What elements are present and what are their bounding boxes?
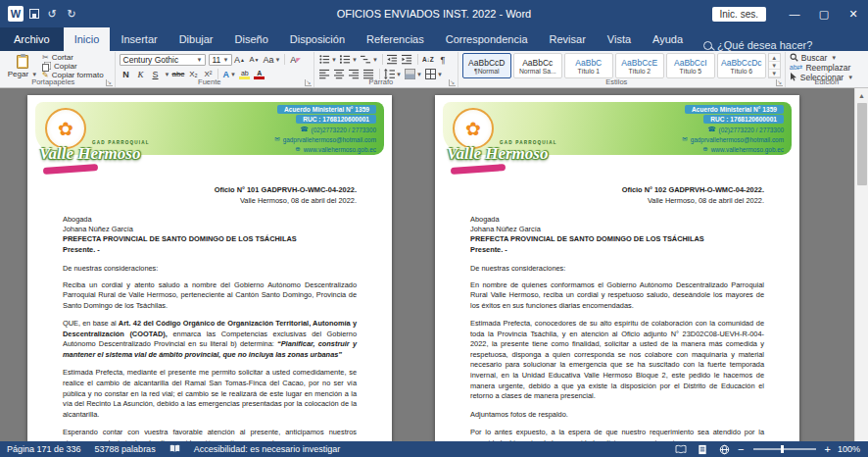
- replace-button[interactable]: ab⇄ Reemplazar: [790, 63, 864, 72]
- print-layout-button[interactable]: [692, 441, 713, 457]
- style-sample: AaBbCcE: [621, 58, 657, 68]
- logo-ribbon: [43, 164, 98, 175]
- tab-correspondencia[interactable]: Correspondencia: [435, 27, 539, 51]
- sign-in-button[interactable]: Inic. ses.: [712, 7, 766, 22]
- logo-seal: ✿: [45, 108, 86, 149]
- close-button[interactable]: ✕: [839, 0, 868, 27]
- shrink-font-button[interactable]: A▼: [248, 53, 262, 66]
- group-label-editing: Edición: [786, 77, 868, 86]
- tab-dibujar[interactable]: Dibujar: [169, 27, 224, 51]
- quick-access-toolbar: W ↺ ↻: [0, 6, 86, 22]
- increase-indent-button[interactable]: [401, 53, 414, 66]
- zoom-in-button[interactable]: +: [822, 443, 834, 455]
- paragraph-dialog-launcher[interactable]: ↘: [449, 79, 456, 86]
- statusbar: Página 171 de 336 53788 palabras Accesib…: [0, 441, 868, 457]
- tab-insertar[interactable]: Insertar: [110, 27, 168, 51]
- styles-dialog-launcher[interactable]: ↘: [776, 79, 783, 86]
- find-button[interactable]: Buscar▼: [790, 53, 864, 62]
- save-icon[interactable]: [29, 9, 39, 19]
- style-titulo-2[interactable]: AaBbCcE Título 2: [615, 53, 664, 78]
- logo-brand-text: Valle Hermoso: [447, 144, 548, 164]
- bullets-button[interactable]: ▼: [318, 53, 338, 66]
- paragraph: Por lo antes expuesto, a la espera de qu…: [470, 428, 764, 441]
- style-name: Título 5: [679, 68, 701, 75]
- document-page-1[interactable]: Acuerdo Ministerial N° 1359 RUC : 176812…: [27, 95, 392, 441]
- tab-archivo[interactable]: Archivo: [0, 27, 64, 51]
- font-size-combobox[interactable]: 11 ▼: [209, 54, 232, 66]
- styles-scroll-down[interactable]: ▼: [769, 62, 780, 70]
- paste-button[interactable]: Pegar ▼: [6, 53, 39, 79]
- search-icon: [703, 41, 712, 50]
- scrollbar-thumb[interactable]: [857, 103, 867, 185]
- zoom-out-button[interactable]: −: [735, 443, 747, 455]
- style-sample: AaBbCcD: [468, 58, 505, 68]
- sort-button[interactable]: A↓Z: [421, 53, 435, 66]
- show-marks-button[interactable]: ¶: [436, 53, 450, 66]
- style-name: ¶Normal: [474, 68, 500, 75]
- read-mode-button[interactable]: [670, 441, 692, 457]
- tab-referencias[interactable]: Referencias: [356, 27, 435, 51]
- group-clipboard: Pegar ▼ ✂ Cortar Copiar ✎ Copiar formato…: [2, 52, 116, 87]
- logo-ribbon: [451, 164, 506, 175]
- tab-ayuda[interactable]: Ayuda: [642, 27, 694, 51]
- group-editing: Buscar▼ ab⇄ Reemplazar Seleccionar▼ Edic…: [786, 52, 868, 87]
- style-normal-sa[interactable]: AaBbCc Normal Sa...: [513, 53, 562, 78]
- multilevel-list-button[interactable]: ▼: [360, 53, 379, 66]
- tab-vista[interactable]: Vista: [597, 27, 642, 51]
- font-family-combobox[interactable]: Century Gothic ▼: [120, 54, 206, 66]
- web-layout-button[interactable]: [713, 441, 735, 457]
- style-name: Título 1: [577, 68, 600, 75]
- letter-body: Oficio N° 102 GADPRVH-O-WMC-04-2022. Val…: [435, 179, 799, 441]
- zoom-slider-thumb[interactable]: [781, 445, 784, 453]
- clear-formatting-button[interactable]: A◤: [288, 53, 302, 66]
- numbering-button[interactable]: ▼: [339, 53, 359, 66]
- proofing-button[interactable]: [163, 444, 187, 454]
- tab-disposicion[interactable]: Disposición: [279, 27, 356, 51]
- style-normal[interactable]: AaBbCcD ¶Normal: [462, 53, 511, 78]
- web-text: www.vallehermoso.gob.ec: [711, 146, 784, 153]
- letter-body: Oficio N° 101 GADPRVH-O-WMC-04-2022. Val…: [27, 179, 392, 441]
- phone-icon: ☎: [707, 126, 715, 133]
- decrease-indent-icon: [387, 54, 398, 65]
- change-case-button[interactable]: Aa▼: [263, 53, 282, 66]
- phone-text: (02)2773220 / 2773300: [312, 127, 376, 133]
- styles-scroll-up[interactable]: ▲: [769, 54, 780, 62]
- maximize-button[interactable]: ▢: [809, 0, 839, 27]
- zoom-slider[interactable]: [753, 448, 816, 450]
- minimize-button[interactable]: —: [780, 0, 809, 27]
- tab-inicio[interactable]: Inicio: [64, 27, 111, 51]
- accessibility-status[interactable]: Accesibilidad: es necesario investigar: [187, 444, 348, 454]
- clipboard-dialog-launcher[interactable]: ↘: [106, 79, 113, 86]
- chevron-down-icon: ▼: [197, 57, 203, 63]
- document-page-2[interactable]: Acuerdo Ministerial N° 1359 RUC : 176812…: [435, 95, 799, 441]
- flower-icon: ✿: [465, 120, 481, 138]
- scrollbar-up-icon[interactable]: ▲: [855, 88, 868, 102]
- font-dialog-launcher[interactable]: ↘: [305, 79, 312, 86]
- tell-me-label: ¿Qué desea hacer?: [717, 39, 812, 51]
- zoom-level[interactable]: 100%: [834, 444, 868, 454]
- style-titulo-1[interactable]: AaBbC Título 1: [564, 53, 613, 78]
- redo-icon[interactable]: ↻: [65, 8, 78, 21]
- style-titulo-6[interactable]: AaBbCcDc Título 6: [717, 53, 766, 78]
- titlebar: W ↺ ↻ OFICIOS ENVIADOS INST. 2022 - Word…: [0, 0, 868, 27]
- undo-icon[interactable]: ↺: [45, 8, 59, 21]
- style-titulo-5[interactable]: AaBbCcI Título 5: [666, 53, 715, 78]
- ribbon-tabstrip: Archivo Inicio Insertar Dibujar Diseño D…: [0, 27, 868, 51]
- decrease-indent-button[interactable]: [386, 53, 400, 66]
- word-count[interactable]: 53788 palabras: [88, 444, 163, 454]
- style-sample: AaBbC: [575, 58, 602, 68]
- tell-me-box[interactable]: ¿Qué desea hacer?: [694, 39, 822, 51]
- vertical-scrollbar[interactable]: ▲: [854, 88, 868, 441]
- date-line: Valle Hermoso, 08 de abril del 2022.: [470, 196, 764, 205]
- cut-button[interactable]: ✂ Cortar: [42, 53, 104, 62]
- styles-more-button[interactable]: ▼: [769, 70, 780, 77]
- style-sample: AaBbCcDc: [721, 58, 762, 68]
- page-count[interactable]: Página 171 de 336: [0, 444, 88, 454]
- tab-diseno[interactable]: Diseño: [224, 27, 279, 51]
- tab-revisar[interactable]: Revisar: [539, 27, 597, 51]
- grow-font-button[interactable]: A▲: [233, 53, 247, 66]
- acuerdo-text: Acuerdo Ministerial N° 1359: [685, 105, 784, 114]
- copy-button[interactable]: Copiar: [42, 62, 104, 71]
- copy-label: Copiar: [54, 62, 77, 71]
- logo-brand-text: Valle Hermoso: [39, 144, 140, 164]
